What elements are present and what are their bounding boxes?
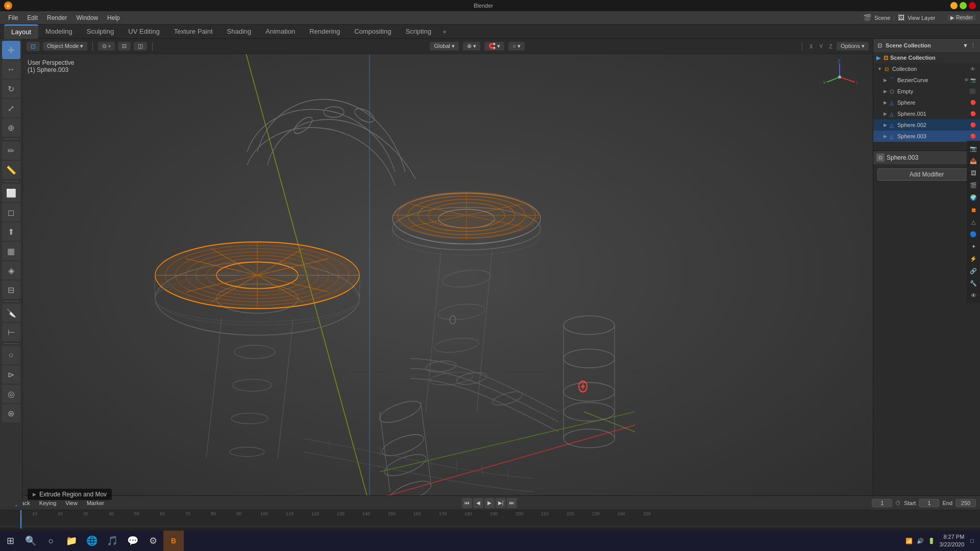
start-button[interactable]: ⊞ [0, 531, 20, 551]
tab-uv-editing[interactable]: UV Editing [121, 24, 166, 39]
add-cube-tool[interactable]: ⬜ [2, 184, 20, 202]
annotate-tool[interactable]: ✏ [2, 141, 20, 160]
outliner-item-sphere002[interactable]: ▶ △ Sphere.002 🔴 [873, 119, 980, 131]
physics-prop-icon[interactable]: ⚡ [968, 253, 979, 264]
tab-sculpting[interactable]: Sculpting [80, 24, 121, 39]
render-btn[interactable]: ▶ Render [947, 14, 976, 21]
bevel-tool[interactable]: ◈ [2, 261, 20, 280]
timeline-ruler[interactable]: 1 10 20 30 40 50 60 70 80 90 100 110 120… [0, 510, 980, 529]
xray-btn[interactable]: ◫ [134, 42, 147, 51]
add-workspace-button[interactable]: + [438, 26, 451, 38]
transform-tool[interactable]: ⊕ [2, 118, 20, 137]
proportional-btn[interactable]: ○ ▾ [508, 42, 525, 51]
menu-window[interactable]: Window [72, 13, 102, 22]
outliner-item-beziercurve[interactable]: ▶ ⌒ BezierCurve 👁 📷 [873, 74, 980, 86]
push-pull-tool[interactable]: ⊛ [2, 404, 20, 422]
taskbar-blender[interactable]: B [163, 531, 184, 551]
outliner-filter-btn[interactable]: ▼ [963, 42, 968, 49]
rotate-tool[interactable]: ↻ [2, 80, 20, 98]
menu-edit[interactable]: Edit [23, 13, 42, 22]
tab-modeling[interactable]: Modeling [38, 24, 80, 39]
object-prop-icon[interactable]: ◼ [968, 204, 979, 215]
menu-help[interactable]: Help [103, 13, 124, 22]
axis-y-btn[interactable]: Y [817, 43, 825, 49]
outliner-options-btn[interactable]: ⋮ [970, 42, 976, 49]
outliner-item-collection[interactable]: ▼ ⊡ Collection 👁 [873, 63, 980, 74]
loop-cut-tool[interactable]: ⊟ [2, 281, 20, 299]
outliner-item-sphere003[interactable]: ▶ △ Sphere.003 🔴 [873, 131, 980, 142]
tab-scripting[interactable]: Scripting [398, 24, 438, 39]
tab-texture-paint[interactable]: Texture Paint [167, 24, 220, 39]
scene-icon-btn[interactable]: 🎬 [863, 14, 871, 21]
taskbar-spotify[interactable]: 🎵 [102, 531, 122, 551]
move-tool[interactable]: ↔ [2, 60, 20, 79]
tray-show-desktop[interactable]: □ [968, 538, 976, 544]
scale-tool[interactable]: ⤢ [2, 99, 20, 117]
options-btn[interactable]: Options ▾ [837, 42, 869, 51]
shader-fx-icon[interactable]: 👁 [968, 290, 979, 301]
current-frame-input[interactable] [872, 499, 892, 507]
jump-start-btn[interactable]: ⏮ [462, 498, 472, 508]
smooth-tool[interactable]: ○ [2, 346, 20, 364]
tab-animation[interactable]: Animation [258, 24, 302, 39]
maximize-button[interactable] [960, 2, 967, 9]
tray-battery[interactable]: 🔋 [928, 538, 935, 544]
beziercurve-render-icon[interactable]: 📷 [970, 78, 976, 83]
start-frame-input[interactable] [919, 499, 939, 507]
mesh-data-prop-icon[interactable]: △ [968, 216, 979, 228]
extrude-tool[interactable]: ⬆ [2, 222, 20, 241]
step-back-btn[interactable]: ◀ [473, 498, 483, 508]
axis-x-btn[interactable]: X [807, 43, 815, 49]
close-button[interactable] [969, 2, 976, 9]
scene-prop-icon[interactable]: 🎬 [968, 180, 979, 191]
render-icon[interactable]: 📷 [968, 143, 979, 154]
minimize-button[interactable] [950, 2, 958, 9]
bisect-tool[interactable]: ⊢ [2, 323, 20, 341]
tab-rendering[interactable]: Rendering [302, 24, 347, 39]
step-fwd-btn[interactable]: ▶| [496, 498, 506, 508]
menu-render[interactable]: Render [43, 13, 71, 22]
keying-btn[interactable]: Keying [36, 499, 60, 507]
measure-tool[interactable]: 📏 [2, 161, 20, 179]
material-prop-icon[interactable]: 🔵 [968, 229, 979, 240]
tab-shading[interactable]: Shading [220, 24, 259, 39]
taskbar-cortana[interactable]: ○ [41, 531, 61, 551]
scene-viewport[interactable] [22, 39, 873, 505]
sphere003-color-icon[interactable]: 🔴 [970, 134, 976, 139]
taskbar-settings[interactable]: ⚙ [143, 531, 163, 551]
taskbar-explorer[interactable]: 📁 [61, 531, 82, 551]
outliner-item-sphere[interactable]: ▶ △ Sphere 🔴 [873, 97, 980, 108]
tab-layout[interactable]: Layout [4, 24, 38, 39]
view-layer-prop-icon[interactable]: 🖼 [968, 167, 979, 179]
object-mode-btn[interactable]: Object Mode ▾ [43, 42, 87, 51]
taskbar-discord[interactable]: 💬 [122, 531, 143, 551]
tray-clock[interactable]: 8:27 PM 3/22/2020 [939, 533, 964, 549]
view-layer-icon-btn[interactable]: 🖼 [898, 14, 904, 21]
shrink-tool[interactable]: ◎ [2, 385, 20, 403]
tray-volume[interactable]: 🔊 [917, 538, 924, 544]
outliner-item-empty[interactable]: ▶ ⬡ Empty □ [873, 86, 980, 97]
viewport[interactable]: ⊡ Object Mode ▾ ⊙▾ ⊡ ◫ Global ▾ ⊕ ▾ 🧲 ▾ … [22, 39, 873, 505]
cursor-tool[interactable]: ✛ [2, 41, 20, 59]
pivot-btn[interactable]: ⊕ ▾ [463, 42, 480, 51]
viewport-shading-btn[interactable]: ⊙▾ [98, 42, 115, 51]
taskbar-chrome[interactable]: 🌐 [82, 531, 102, 551]
play-btn[interactable]: ▶ [484, 498, 495, 508]
edge-slide-tool[interactable]: ⊳ [2, 365, 20, 384]
collection-visibility[interactable]: 👁 [970, 66, 976, 72]
tray-network[interactable]: 📶 [905, 538, 913, 544]
world-icon[interactable]: 🌍 [968, 192, 979, 203]
constraints-prop-icon[interactable]: 🔗 [968, 265, 979, 277]
marker-btn[interactable]: Marker [84, 499, 107, 507]
outliner-item-sphere001[interactable]: ▶ △ Sphere.001 🔴 [873, 108, 980, 119]
end-frame-input[interactable] [955, 499, 976, 507]
tab-compositing[interactable]: Compositing [347, 24, 398, 39]
add-object-tool[interactable]: ◻ [2, 203, 20, 221]
beziercurve-vis-icon[interactable]: 👁 [964, 78, 969, 83]
menu-file[interactable]: File [4, 13, 22, 22]
knife-tool[interactable]: 🔪 [2, 304, 20, 322]
overlay-btn[interactable]: ⊡ [118, 42, 131, 51]
global-select-btn[interactable]: Global ▾ [430, 42, 459, 51]
axis-z-btn[interactable]: Z [827, 43, 835, 49]
jump-end-btn[interactable]: ⏭ [507, 498, 517, 508]
